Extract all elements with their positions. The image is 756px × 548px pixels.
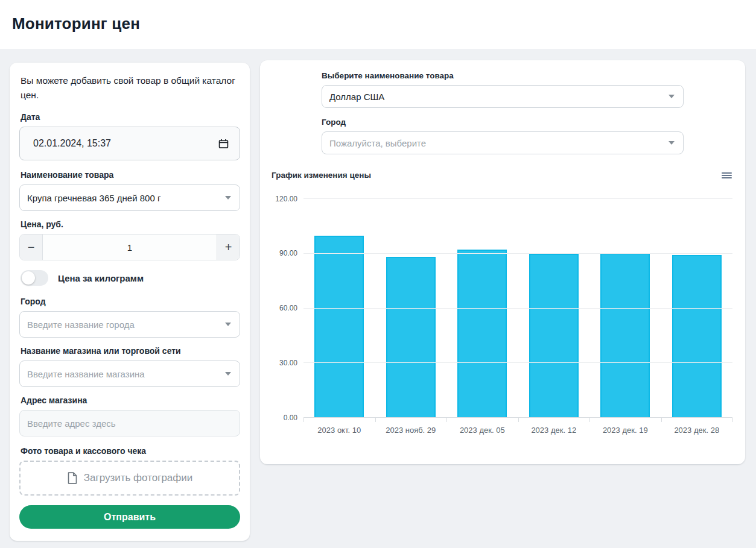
store-select[interactable]: Введите название магазина [19, 361, 240, 387]
photos-label: Фото товара и кассового чека [21, 446, 239, 456]
chart-category-slot: 2023 окт. 10 [303, 199, 375, 418]
x-axis-label: 2023 дек. 12 [531, 426, 576, 435]
chevron-down-icon [225, 196, 231, 200]
city-label: Город [21, 297, 239, 306]
y-axis-tick-label: 0.00 [284, 414, 297, 422]
price-increment-button[interactable]: + [217, 235, 240, 260]
bar[interactable] [386, 257, 436, 418]
page-title: Мониторинг цен [12, 14, 140, 33]
gridline: 0.00 [303, 417, 732, 418]
chart-filters: Выберите наименование товара Доллар США … [322, 71, 684, 164]
chart-category-slot: 2023 нояб. 29 [375, 199, 447, 418]
y-axis-tick-label: 120.00 [275, 195, 297, 203]
panel-product-select[interactable]: Доллар США [322, 85, 684, 108]
bar[interactable] [529, 254, 579, 418]
chart-category-slot: 2023 дек. 28 [661, 199, 733, 418]
store-placeholder: Введите название магазина [27, 369, 145, 379]
y-axis-tick-label: 30.00 [279, 359, 297, 367]
panel-product-selected-value: Доллар США [329, 92, 384, 102]
date-label: Дата [21, 112, 239, 122]
upload-photos-button[interactable]: Загрузить фотографии [19, 461, 240, 496]
product-label: Наименование товара [21, 170, 239, 180]
toggle-knob [22, 271, 35, 285]
bar[interactable] [672, 255, 722, 418]
price-chart-panel: Выберите наименование товара Доллар США … [260, 60, 745, 464]
calendar-icon[interactable] [218, 139, 229, 149]
chart-plot-area: 2023 окт. 102023 нояб. 292023 дек. 05202… [303, 199, 732, 418]
date-value: 02.01.2024, 15:37 [33, 138, 111, 149]
product-select[interactable]: Крупа гречневая 365 дней 800 г [19, 184, 240, 211]
gridline: 60.00 [303, 308, 732, 309]
y-axis-tick-label: 90.00 [279, 249, 297, 257]
city-select[interactable]: Введите название города [19, 311, 240, 338]
upload-photos-label: Загрузить фотографии [84, 472, 193, 484]
gridline: 120.00 [303, 198, 732, 199]
panel-city-label: Город [322, 118, 684, 127]
submit-button[interactable]: Отправить [19, 505, 240, 529]
address-label: Адрес магазина [21, 395, 239, 405]
x-axis-label: 2023 нояб. 29 [386, 426, 436, 435]
chart-menu-icon[interactable] [722, 171, 732, 180]
price-per-kg-toggle[interactable] [21, 270, 48, 286]
chart-category-slot: 2023 дек. 05 [446, 199, 518, 418]
x-axis-label: 2023 дек. 05 [460, 426, 505, 435]
panel-product-label: Выберите наименование товара [322, 71, 684, 80]
bar[interactable] [314, 236, 364, 418]
chart-category-slot: 2023 дек. 19 [589, 199, 661, 418]
chevron-down-icon [669, 95, 675, 98]
city-placeholder: Введите название города [27, 320, 135, 330]
x-axis-label: 2023 окт. 10 [317, 426, 361, 435]
chevron-down-icon [225, 323, 231, 326]
bar[interactable] [457, 250, 507, 418]
bar[interactable] [600, 253, 650, 418]
address-input[interactable] [19, 410, 240, 436]
price-stepper: − 1 + [19, 234, 240, 260]
date-input[interactable]: 02.01.2024, 15:37 [19, 127, 240, 160]
chart-category-slot: 2023 дек. 12 [518, 199, 590, 418]
chart-header: График изменения цены [272, 171, 732, 180]
chevron-down-icon [225, 372, 231, 376]
gridline: 90.00 [303, 253, 732, 254]
price-label: Цена, руб. [21, 219, 239, 229]
add-product-form: Вы можете добавить свой товар в общий ка… [10, 63, 250, 541]
chart-title: График изменения цены [272, 171, 371, 180]
file-icon [67, 472, 78, 484]
price-per-kg-row: Цена за килограмм [21, 270, 239, 286]
page-header: Мониторинг цен [0, 0, 756, 49]
price-value[interactable]: 1 [43, 235, 217, 260]
chevron-down-icon [669, 141, 675, 145]
product-selected-value: Крупа гречневая 365 дней 800 г [27, 193, 160, 203]
form-intro-text: Вы можете добавить свой товар в общий ка… [21, 74, 239, 102]
price-decrement-button[interactable]: − [20, 235, 43, 260]
panel-city-select[interactable]: Пожалуйста, выберите [322, 131, 684, 154]
gridline: 30.00 [303, 362, 732, 363]
store-label: Название магазина или торговой сети [21, 346, 239, 356]
x-axis-label: 2023 дек. 19 [603, 426, 648, 435]
panel-city-placeholder: Пожалуйста, выберите [329, 138, 426, 148]
price-bar-chart: 2023 окт. 102023 нояб. 292023 дек. 05202… [303, 199, 732, 418]
price-per-kg-label: Цена за килограмм [58, 273, 144, 283]
x-axis-label: 2023 дек. 28 [674, 426, 719, 435]
y-axis-tick-label: 60.00 [279, 304, 297, 312]
